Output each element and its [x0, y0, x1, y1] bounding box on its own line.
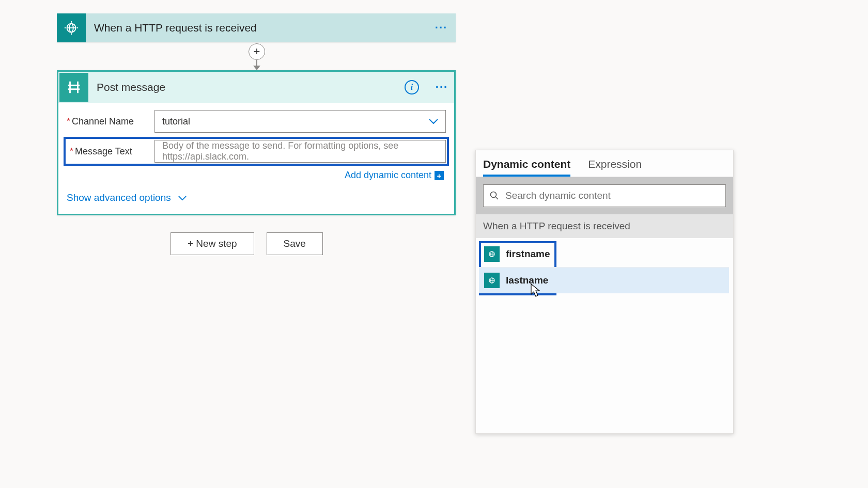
save-button[interactable]: Save — [267, 232, 323, 255]
plus-icon: + — [435, 171, 444, 180]
channel-name-value: tutorial — [162, 116, 190, 127]
search-icon — [490, 191, 499, 200]
trigger-title: When a HTTP request is received — [86, 22, 427, 34]
dynamic-content-panel: Dynamic content Expression When a HTTP r… — [475, 150, 734, 434]
action-more-button[interactable]: ··· — [429, 73, 454, 102]
trigger-more-button[interactable]: ··· — [427, 13, 456, 42]
add-step-inline-button[interactable]: + — [249, 43, 265, 60]
dc-tabs: Dynamic content Expression — [476, 150, 733, 177]
action-body: *Channel Name tutorial *Message Text Bod… — [58, 103, 454, 214]
dc-search[interactable] — [483, 184, 726, 207]
channel-name-row: *Channel Name tutorial — [67, 110, 446, 133]
show-advanced-options[interactable]: Show advanced options — [67, 192, 187, 203]
dc-group-header: When a HTTP request is received — [476, 214, 733, 238]
action-header[interactable]: Post message i ··· — [58, 72, 454, 103]
dc-items-highlight: firstname lastname — [479, 241, 556, 295]
add-dynamic-link[interactable]: Add dynamic content+ — [345, 170, 444, 180]
chevron-down-icon — [178, 196, 187, 200]
action-title: Post message — [88, 81, 405, 93]
dc-item-firstname[interactable]: firstname — [479, 241, 729, 267]
tab-expression[interactable]: Expression — [588, 158, 642, 177]
dc-item-label: firstname — [506, 248, 550, 260]
svg-point-11 — [491, 192, 497, 198]
new-step-button[interactable]: + New step — [171, 232, 254, 255]
tab-dynamic-content[interactable]: Dynamic content — [483, 158, 570, 177]
dc-item-label: lastname — [506, 275, 548, 286]
info-icon[interactable]: i — [405, 80, 419, 95]
dc-item-lastname[interactable]: lastname — [479, 267, 729, 293]
http-trigger-icon — [484, 273, 500, 288]
channel-name-label: *Channel Name — [67, 116, 154, 127]
add-dynamic-content: Add dynamic content+ — [67, 170, 446, 181]
dc-search-container — [476, 177, 733, 214]
channel-name-select[interactable]: tutorial — [154, 110, 446, 133]
chevron-down-icon — [429, 119, 438, 124]
action-card: Post message i ··· *Channel Name tutoria… — [57, 70, 456, 215]
dc-search-input[interactable] — [505, 190, 719, 201]
message-text-placeholder: Body of the message to send. For formatt… — [162, 140, 422, 162]
message-text-input[interactable]: Body of the message to send. For formatt… — [154, 140, 446, 163]
svg-line-12 — [495, 197, 498, 199]
http-trigger-icon — [484, 246, 500, 262]
message-text-row: *Message Text Body of the message to sen… — [64, 137, 449, 166]
message-text-label: *Message Text — [67, 146, 154, 157]
footer-buttons: + New step Save — [171, 232, 323, 255]
connector: + — [246, 43, 268, 70]
trigger-card[interactable]: When a HTTP request is received ··· — [57, 13, 456, 42]
slack-icon — [59, 73, 88, 102]
http-trigger-icon — [57, 13, 86, 42]
